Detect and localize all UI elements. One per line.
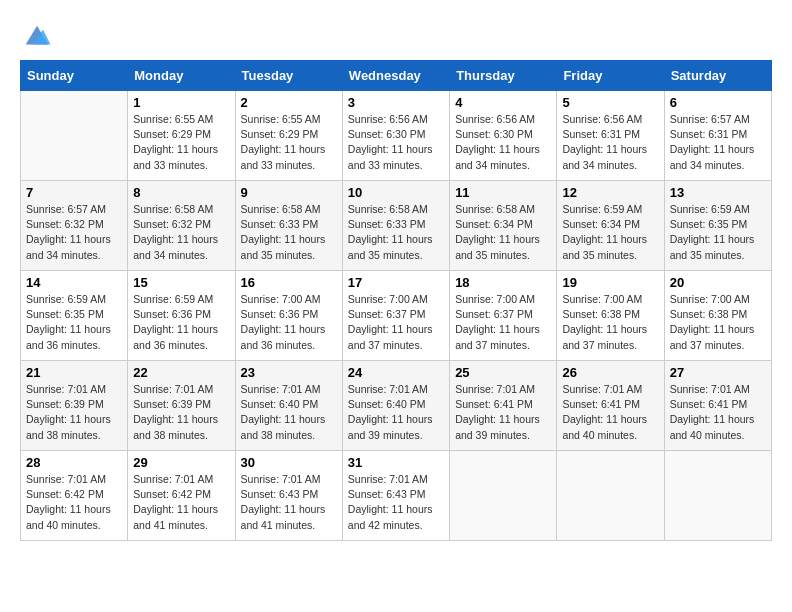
day-info: Sunrise: 7:01 AMSunset: 6:41 PMDaylight:… — [562, 382, 658, 443]
day-info: Sunrise: 6:55 AMSunset: 6:29 PMDaylight:… — [133, 112, 229, 173]
day-info: Sunrise: 6:58 AMSunset: 6:34 PMDaylight:… — [455, 202, 551, 263]
calendar-cell: 21Sunrise: 7:01 AMSunset: 6:39 PMDayligh… — [21, 361, 128, 451]
day-number: 5 — [562, 95, 658, 110]
col-header-tuesday: Tuesday — [235, 61, 342, 91]
day-number: 4 — [455, 95, 551, 110]
day-info: Sunrise: 7:00 AMSunset: 6:37 PMDaylight:… — [455, 292, 551, 353]
day-info: Sunrise: 6:58 AMSunset: 6:33 PMDaylight:… — [348, 202, 444, 263]
calendar-cell: 4Sunrise: 6:56 AMSunset: 6:30 PMDaylight… — [450, 91, 557, 181]
day-info: Sunrise: 6:58 AMSunset: 6:32 PMDaylight:… — [133, 202, 229, 263]
day-info: Sunrise: 7:01 AMSunset: 6:43 PMDaylight:… — [241, 472, 337, 533]
day-number: 26 — [562, 365, 658, 380]
calendar-cell: 5Sunrise: 6:56 AMSunset: 6:31 PMDaylight… — [557, 91, 664, 181]
day-number: 24 — [348, 365, 444, 380]
day-info: Sunrise: 6:59 AMSunset: 6:35 PMDaylight:… — [670, 202, 766, 263]
logo-icon — [22, 20, 52, 50]
day-number: 18 — [455, 275, 551, 290]
calendar-week-row: 14Sunrise: 6:59 AMSunset: 6:35 PMDayligh… — [21, 271, 772, 361]
day-info: Sunrise: 6:55 AMSunset: 6:29 PMDaylight:… — [241, 112, 337, 173]
day-number: 28 — [26, 455, 122, 470]
calendar-cell: 3Sunrise: 6:56 AMSunset: 6:30 PMDaylight… — [342, 91, 449, 181]
header — [20, 20, 772, 50]
calendar-week-row: 21Sunrise: 7:01 AMSunset: 6:39 PMDayligh… — [21, 361, 772, 451]
calendar-cell: 7Sunrise: 6:57 AMSunset: 6:32 PMDaylight… — [21, 181, 128, 271]
day-info: Sunrise: 6:57 AMSunset: 6:32 PMDaylight:… — [26, 202, 122, 263]
day-number: 9 — [241, 185, 337, 200]
day-number: 15 — [133, 275, 229, 290]
day-info: Sunrise: 7:01 AMSunset: 6:41 PMDaylight:… — [670, 382, 766, 443]
calendar-week-row: 7Sunrise: 6:57 AMSunset: 6:32 PMDaylight… — [21, 181, 772, 271]
day-info: Sunrise: 7:01 AMSunset: 6:43 PMDaylight:… — [348, 472, 444, 533]
calendar-cell: 28Sunrise: 7:01 AMSunset: 6:42 PMDayligh… — [21, 451, 128, 541]
day-number: 21 — [26, 365, 122, 380]
day-number: 3 — [348, 95, 444, 110]
day-number: 25 — [455, 365, 551, 380]
day-number: 13 — [670, 185, 766, 200]
calendar-header-row: SundayMondayTuesdayWednesdayThursdayFrid… — [21, 61, 772, 91]
calendar-cell: 14Sunrise: 6:59 AMSunset: 6:35 PMDayligh… — [21, 271, 128, 361]
col-header-thursday: Thursday — [450, 61, 557, 91]
day-number: 29 — [133, 455, 229, 470]
calendar-cell — [557, 451, 664, 541]
day-number: 16 — [241, 275, 337, 290]
calendar-cell: 13Sunrise: 6:59 AMSunset: 6:35 PMDayligh… — [664, 181, 771, 271]
day-number: 1 — [133, 95, 229, 110]
day-info: Sunrise: 7:00 AMSunset: 6:38 PMDaylight:… — [670, 292, 766, 353]
day-info: Sunrise: 7:01 AMSunset: 6:40 PMDaylight:… — [241, 382, 337, 443]
day-number: 31 — [348, 455, 444, 470]
day-info: Sunrise: 7:00 AMSunset: 6:36 PMDaylight:… — [241, 292, 337, 353]
calendar-cell: 22Sunrise: 7:01 AMSunset: 6:39 PMDayligh… — [128, 361, 235, 451]
col-header-monday: Monday — [128, 61, 235, 91]
col-header-saturday: Saturday — [664, 61, 771, 91]
day-info: Sunrise: 6:59 AMSunset: 6:36 PMDaylight:… — [133, 292, 229, 353]
day-info: Sunrise: 6:56 AMSunset: 6:30 PMDaylight:… — [455, 112, 551, 173]
day-info: Sunrise: 6:59 AMSunset: 6:35 PMDaylight:… — [26, 292, 122, 353]
day-info: Sunrise: 6:58 AMSunset: 6:33 PMDaylight:… — [241, 202, 337, 263]
day-number: 22 — [133, 365, 229, 380]
day-number: 10 — [348, 185, 444, 200]
calendar-cell: 24Sunrise: 7:01 AMSunset: 6:40 PMDayligh… — [342, 361, 449, 451]
day-info: Sunrise: 7:01 AMSunset: 6:42 PMDaylight:… — [133, 472, 229, 533]
logo — [20, 20, 52, 50]
calendar-cell: 19Sunrise: 7:00 AMSunset: 6:38 PMDayligh… — [557, 271, 664, 361]
day-number: 27 — [670, 365, 766, 380]
day-number: 14 — [26, 275, 122, 290]
day-number: 12 — [562, 185, 658, 200]
day-info: Sunrise: 6:56 AMSunset: 6:30 PMDaylight:… — [348, 112, 444, 173]
calendar-week-row: 28Sunrise: 7:01 AMSunset: 6:42 PMDayligh… — [21, 451, 772, 541]
calendar-cell: 20Sunrise: 7:00 AMSunset: 6:38 PMDayligh… — [664, 271, 771, 361]
calendar-cell: 9Sunrise: 6:58 AMSunset: 6:33 PMDaylight… — [235, 181, 342, 271]
day-info: Sunrise: 7:01 AMSunset: 6:41 PMDaylight:… — [455, 382, 551, 443]
day-number: 30 — [241, 455, 337, 470]
day-number: 7 — [26, 185, 122, 200]
calendar-cell: 26Sunrise: 7:01 AMSunset: 6:41 PMDayligh… — [557, 361, 664, 451]
calendar-cell: 23Sunrise: 7:01 AMSunset: 6:40 PMDayligh… — [235, 361, 342, 451]
calendar-cell: 11Sunrise: 6:58 AMSunset: 6:34 PMDayligh… — [450, 181, 557, 271]
day-info: Sunrise: 7:01 AMSunset: 6:39 PMDaylight:… — [26, 382, 122, 443]
day-number: 2 — [241, 95, 337, 110]
col-header-wednesday: Wednesday — [342, 61, 449, 91]
day-number: 6 — [670, 95, 766, 110]
day-info: Sunrise: 7:00 AMSunset: 6:38 PMDaylight:… — [562, 292, 658, 353]
day-number: 17 — [348, 275, 444, 290]
day-number: 8 — [133, 185, 229, 200]
calendar-week-row: 1Sunrise: 6:55 AMSunset: 6:29 PMDaylight… — [21, 91, 772, 181]
calendar-cell: 25Sunrise: 7:01 AMSunset: 6:41 PMDayligh… — [450, 361, 557, 451]
day-info: Sunrise: 7:01 AMSunset: 6:39 PMDaylight:… — [133, 382, 229, 443]
calendar-table: SundayMondayTuesdayWednesdayThursdayFrid… — [20, 60, 772, 541]
page: SundayMondayTuesdayWednesdayThursdayFrid… — [0, 0, 792, 561]
day-number: 23 — [241, 365, 337, 380]
calendar-cell: 29Sunrise: 7:01 AMSunset: 6:42 PMDayligh… — [128, 451, 235, 541]
calendar-cell: 8Sunrise: 6:58 AMSunset: 6:32 PMDaylight… — [128, 181, 235, 271]
calendar-cell: 30Sunrise: 7:01 AMSunset: 6:43 PMDayligh… — [235, 451, 342, 541]
calendar-cell: 27Sunrise: 7:01 AMSunset: 6:41 PMDayligh… — [664, 361, 771, 451]
day-info: Sunrise: 6:59 AMSunset: 6:34 PMDaylight:… — [562, 202, 658, 263]
calendar-body: 1Sunrise: 6:55 AMSunset: 6:29 PMDaylight… — [21, 91, 772, 541]
day-info: Sunrise: 7:01 AMSunset: 6:42 PMDaylight:… — [26, 472, 122, 533]
calendar-cell — [21, 91, 128, 181]
calendar-cell — [450, 451, 557, 541]
day-info: Sunrise: 7:01 AMSunset: 6:40 PMDaylight:… — [348, 382, 444, 443]
day-number: 20 — [670, 275, 766, 290]
col-header-sunday: Sunday — [21, 61, 128, 91]
calendar-cell: 2Sunrise: 6:55 AMSunset: 6:29 PMDaylight… — [235, 91, 342, 181]
